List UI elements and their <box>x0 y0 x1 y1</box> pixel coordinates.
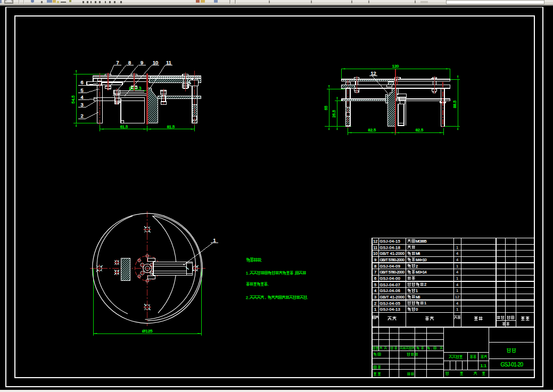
svg-text:4: 4 <box>456 301 458 306</box>
svg-text:88.5: 88.5 <box>452 101 457 109</box>
svg-text:M4: M4 <box>416 251 420 256</box>
svg-text:1.: 1. <box>246 271 250 276</box>
svg-text:61.5: 61.5 <box>120 124 128 129</box>
svg-text:7: 7 <box>116 60 119 65</box>
svg-text:3: 3 <box>80 102 83 107</box>
svg-text:82.5: 82.5 <box>416 128 424 132</box>
svg-text:5: 5 <box>374 282 376 287</box>
svg-text:GSJ-04-15: GSJ-04-15 <box>380 239 400 244</box>
svg-text:1: 1 <box>456 307 458 312</box>
svg-text:9: 9 <box>374 257 376 262</box>
svg-text:10: 10 <box>373 251 377 256</box>
svg-text:4: 4 <box>456 282 458 287</box>
svg-text:2: 2 <box>416 264 418 269</box>
svg-text:5: 5 <box>80 88 83 93</box>
svg-text:GSJ-04-05: GSJ-04-05 <box>380 301 400 306</box>
svg-text:9: 9 <box>141 60 143 65</box>
svg-text:GSJ-04-09: GSJ-04-09 <box>380 264 400 269</box>
svg-text:2: 2 <box>424 282 426 287</box>
svg-text:8: 8 <box>128 60 131 65</box>
svg-text:82.5: 82.5 <box>368 128 376 132</box>
svg-text:1: 1 <box>456 264 458 269</box>
svg-text:M3×14: M3×14 <box>416 270 427 274</box>
svg-text:81.5: 81.5 <box>167 124 175 129</box>
svg-text:54.5: 54.5 <box>71 95 76 104</box>
svg-text:4: 4 <box>374 288 376 293</box>
svg-text:1: 1 <box>456 276 458 281</box>
svg-text:4: 4 <box>456 257 458 262</box>
svg-text:GB/T 5780-2000: GB/T 5780-2000 <box>380 257 405 262</box>
svg-text:7: 7 <box>374 270 376 274</box>
svg-text:4: 4 <box>456 270 458 274</box>
svg-text:1: 1 <box>416 288 418 293</box>
svg-text:1: 1 <box>374 307 376 312</box>
svg-text:3: 3 <box>374 295 376 299</box>
svg-text:.: . <box>307 295 308 300</box>
svg-text:4: 4 <box>80 95 83 100</box>
svg-text:12: 12 <box>373 239 377 244</box>
svg-text:12: 12 <box>455 295 459 299</box>
svg-text:2: 2 <box>80 113 83 119</box>
svg-text:MG995: MG995 <box>416 239 427 244</box>
svg-text:120: 120 <box>392 64 399 69</box>
svg-text:4: 4 <box>456 251 458 256</box>
svg-text:M3: M3 <box>416 295 420 299</box>
svg-text:2.: 2. <box>246 295 250 300</box>
svg-text:26.5: 26.5 <box>332 110 336 118</box>
svg-text:1: 1 <box>424 301 426 305</box>
svg-text::: : <box>260 257 261 263</box>
svg-text:6: 6 <box>80 80 83 85</box>
svg-text:Ø125: Ø125 <box>142 329 153 333</box>
svg-text:0: 0 <box>416 307 418 312</box>
svg-text:GB/T 41-2000: GB/T 41-2000 <box>380 251 405 256</box>
svg-text:GB/T 41-2000: GB/T 41-2000 <box>380 295 405 299</box>
svg-text:12: 12 <box>370 71 376 76</box>
svg-text:1: 1 <box>456 245 458 250</box>
svg-text:GB/T 5780-2000: GB/T 5780-2000 <box>380 270 405 274</box>
svg-text:GSJ-01-20: GSJ-01-20 <box>501 362 524 368</box>
svg-text:1: 1 <box>456 288 458 293</box>
svg-text:GSJ-04-07: GSJ-04-07 <box>380 282 400 287</box>
svg-text:6: 6 <box>374 276 376 281</box>
svg-text:8: 8 <box>374 264 376 269</box>
svg-text:11: 11 <box>166 60 171 65</box>
svg-text:.: . <box>268 282 269 287</box>
svg-text:65: 65 <box>324 106 328 110</box>
svg-text:1: 1 <box>213 238 216 243</box>
svg-text:11: 11 <box>373 245 377 250</box>
svg-text:GSJ-04-13: GSJ-04-13 <box>380 307 400 312</box>
svg-text:GSJ-04-18: GSJ-04-18 <box>380 245 400 250</box>
svg-text:1:1: 1:1 <box>481 363 487 368</box>
svg-text:10: 10 <box>153 60 158 65</box>
svg-text:GSJ-04-06: GSJ-04-06 <box>380 288 400 293</box>
svg-text:M4×10: M4×10 <box>416 257 427 262</box>
svg-text:2: 2 <box>374 301 376 306</box>
svg-text:GSJ-04-00: GSJ-04-00 <box>380 276 400 281</box>
